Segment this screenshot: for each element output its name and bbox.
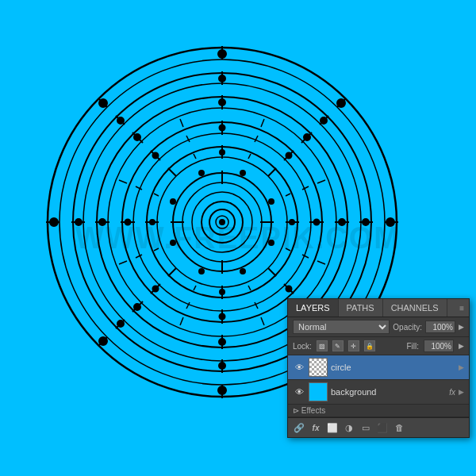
panel-footer: 🔗 fx ⬜ ◑ ▭ ⬛ 🗑 (288, 417, 469, 437)
link-layers-icon[interactable]: 🔗 (293, 421, 305, 434)
svg-line-94 (248, 286, 251, 290)
svg-point-118 (171, 199, 175, 204)
svg-line-95 (194, 286, 196, 290)
opacity-label: Opacity: (393, 323, 422, 332)
panel-tabs: LAYERS PATHS CHANNELS ≡ (288, 299, 469, 317)
lock-move-icon[interactable]: ✛ (348, 340, 359, 351)
layer-row-circle[interactable]: 👁 circle ▶ (288, 355, 469, 380)
svg-line-92 (248, 154, 251, 159)
new-layer-icon[interactable]: ⬛ (376, 421, 389, 434)
group-icon[interactable]: ▭ (359, 421, 372, 434)
lock-fill-row: Lock: ▨ ✎ ✛ 🔒 Fill: ▶ (288, 337, 469, 355)
lock-label: Lock: (293, 342, 312, 351)
layer-thumb-circle (309, 358, 328, 377)
layer-thumb-background (309, 382, 328, 401)
layer-name-circle: circle (331, 363, 455, 372)
svg-line-41 (180, 119, 183, 127)
layer-name-background: background (331, 387, 446, 397)
fx-badge: fx (449, 388, 455, 397)
svg-line-43 (180, 317, 183, 325)
svg-line-109 (168, 268, 176, 276)
svg-line-42 (261, 317, 264, 325)
fill-arrow[interactable]: ▶ (459, 342, 464, 350)
layer-scroll-right-2: ▶ (459, 388, 464, 396)
svg-point-121 (240, 171, 245, 175)
lock-position-icon[interactable]: ✎ (332, 340, 344, 351)
fill-input[interactable] (424, 340, 454, 352)
effects-label: ⊳ Effects (293, 406, 325, 415)
tab-paths[interactable]: PATHS (339, 299, 383, 317)
opacity-input[interactable] (425, 321, 455, 333)
svg-line-40 (261, 119, 264, 127)
svg-line-91 (154, 248, 159, 251)
svg-line-37 (119, 180, 127, 183)
svg-point-120 (171, 240, 175, 245)
layer-row-background[interactable]: 👁 background fx ▶ (288, 380, 469, 405)
layer-visibility-circle[interactable]: 👁 (293, 361, 305, 374)
svg-line-88 (286, 194, 290, 196)
adjustment-icon[interactable]: ◑ (343, 421, 355, 434)
lock-pixels-icon[interactable]: ▨ (317, 340, 328, 351)
svg-point-119 (269, 240, 274, 245)
svg-line-38 (317, 261, 325, 264)
svg-point-122 (199, 171, 204, 175)
svg-line-90 (286, 248, 290, 251)
tab-layers[interactable]: LAYERS (288, 299, 339, 317)
svg-point-124 (199, 269, 204, 274)
effects-row: ⊳ Effects (288, 405, 469, 417)
layers-panel: LAYERS PATHS CHANNELS ≡ Normal Dissolve … (287, 298, 470, 438)
blend-mode-select[interactable]: Normal Dissolve Multiply Screen Overlay (293, 320, 390, 334)
add-mask-icon[interactable]: ⬜ (326, 421, 339, 434)
panel-menu-icon[interactable]: ≡ (455, 301, 469, 316)
layer-visibility-background[interactable]: 👁 (293, 386, 305, 398)
delete-layer-icon[interactable]: 🗑 (393, 421, 405, 434)
svg-line-107 (168, 168, 176, 176)
svg-line-106 (268, 168, 276, 176)
fx-icon[interactable]: fx (309, 421, 322, 434)
tab-channels[interactable]: CHANNELS (383, 299, 447, 317)
blend-opacity-row: Normal Dissolve Multiply Screen Overlay … (288, 317, 469, 337)
svg-point-117 (269, 199, 274, 204)
opacity-arrow[interactable]: ▶ (459, 323, 464, 331)
svg-line-39 (119, 261, 127, 264)
svg-point-123 (240, 269, 245, 274)
layer-scroll-right: ▶ (459, 363, 464, 371)
svg-point-116 (220, 220, 225, 225)
svg-line-36 (317, 180, 325, 183)
lock-all-icon[interactable]: 🔒 (364, 340, 375, 351)
svg-line-93 (194, 154, 196, 159)
svg-line-108 (268, 268, 276, 276)
svg-line-89 (154, 194, 159, 196)
fill-label: Fill: (406, 342, 419, 351)
